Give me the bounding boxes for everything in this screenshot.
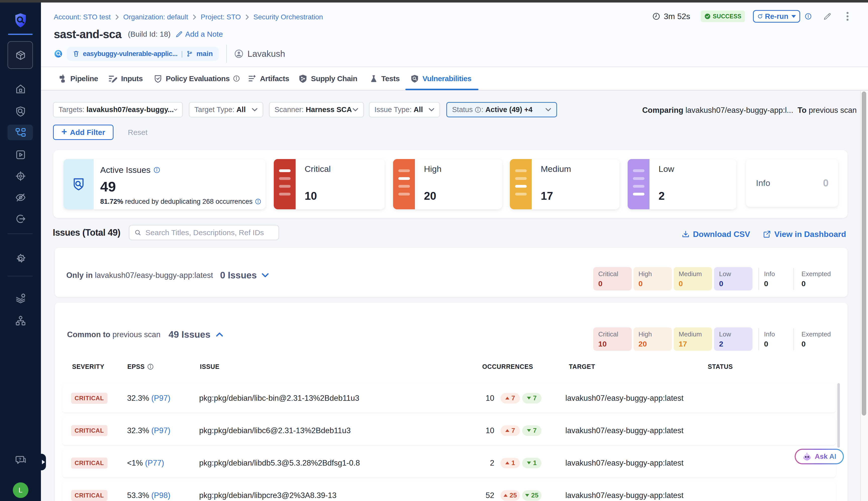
svg-text:?: ? bbox=[19, 457, 21, 462]
